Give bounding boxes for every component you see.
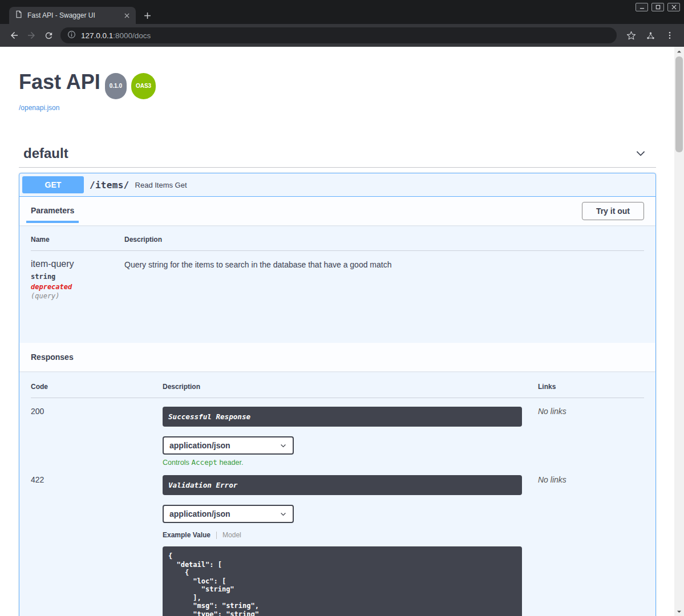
parameter-row: item-query string deprecated (query) Que… — [31, 251, 644, 300]
api-title-row: Fast API 0.1.0 OAS3 — [19, 71, 656, 99]
example-model-tabs: Example Value Model — [163, 531, 522, 539]
tab-close-icon[interactable] — [122, 11, 131, 20]
url-text[interactable]: 127.0.0.1:8000/docs — [81, 31, 151, 40]
url-path: :8000/docs — [113, 31, 151, 40]
reload-icon[interactable] — [40, 27, 57, 44]
scrollbar-down-icon[interactable] — [674, 607, 684, 616]
example-json-block: { "detail": [ { "loc": [ "string" ], "ms… — [163, 546, 522, 616]
col-header-description: Description — [124, 236, 162, 244]
page-scrollbar[interactable] — [674, 47, 684, 616]
accept-header-code: Accept — [191, 458, 217, 467]
version-badge: 0.1.0 — [105, 73, 127, 99]
menu-kebab-icon[interactable] — [661, 27, 678, 44]
toolbar-actions — [622, 27, 678, 44]
response-description-cell: Successful Response application/json Con… — [163, 407, 538, 467]
parameter-deprecated-flag: deprecated — [31, 283, 124, 291]
browser-tab[interactable]: Fast API - Swagger UI — [9, 7, 136, 24]
window-controls — [636, 3, 680, 11]
api-info: Fast API 0.1.0 OAS3 /openapi.json — [19, 71, 656, 112]
select-chevron-icon — [280, 442, 287, 449]
openapi-spec-link[interactable]: /openapi.json — [19, 104, 59, 112]
response-code: 200 — [31, 407, 163, 467]
parameters-table-header: Name Description — [31, 236, 644, 251]
parameters-area: Name Description item-query string depre… — [19, 225, 655, 343]
response-description: Successful Response — [163, 407, 522, 427]
chevron-down-icon[interactable] — [634, 147, 651, 160]
tab-title: Fast API - Swagger UI — [27, 11, 118, 19]
try-it-out-button[interactable]: Try it out — [582, 202, 644, 220]
tab-example-value[interactable]: Example Value — [163, 531, 211, 539]
api-title: Fast API — [19, 71, 100, 94]
tab-model[interactable]: Model — [222, 531, 241, 539]
maximize-icon[interactable] — [651, 3, 664, 11]
tab-divider — [216, 532, 217, 539]
network-nodes-icon[interactable] — [642, 27, 659, 44]
operation-path: /items/ — [90, 180, 129, 191]
col-header-code: Code — [31, 383, 163, 391]
col-header-description: Description — [163, 383, 538, 391]
address-bar[interactable]: 127.0.0.1:8000/docs — [60, 27, 617, 43]
browser-window: Fast API - Swagger UI — [0, 0, 684, 616]
scrollbar-up-icon[interactable] — [674, 47, 684, 56]
controls-accept-note: Controls Accept header. — [163, 458, 522, 467]
response-row-422: 422 Validation Error application/json Ex… — [31, 467, 644, 616]
close-icon[interactable] — [667, 3, 680, 11]
oas-badge: OAS3 — [131, 73, 156, 99]
parameter-description: Query string for the items to search in … — [124, 259, 644, 300]
opblock-get-items: GET /items/ Read Items Get Parameters Tr… — [19, 173, 656, 616]
response-links: No links — [538, 407, 644, 467]
minimize-icon[interactable] — [636, 3, 648, 11]
swagger-ui: Fast API 0.1.0 OAS3 /openapi.json defaul… — [0, 47, 674, 616]
tag-section-header[interactable]: default — [19, 140, 656, 168]
scrollbar-thumb[interactable] — [675, 56, 683, 152]
response-description-cell: Validation Error application/json Exampl… — [163, 475, 538, 616]
back-icon[interactable] — [6, 27, 23, 44]
parameters-tab[interactable]: Parameters — [26, 206, 79, 223]
method-badge: GET — [22, 176, 84, 193]
parameter-location: (query) — [31, 292, 124, 300]
responses-header: Responses — [19, 343, 655, 371]
response-links: No links — [538, 475, 644, 616]
page-file-icon — [15, 10, 23, 21]
url-host: 127.0.0.1 — [81, 31, 113, 40]
new-tab-button[interactable] — [139, 7, 155, 23]
site-info-icon[interactable] — [67, 30, 76, 41]
col-header-name: Name — [31, 236, 124, 244]
col-header-links: Links — [538, 383, 644, 391]
tag-title: default — [23, 145, 68, 161]
media-type-value: application/json — [169, 509, 230, 518]
parameter-meta: item-query string deprecated (query) — [31, 259, 124, 300]
forward-icon[interactable] — [23, 27, 40, 44]
responses-area: Code Description Links 200 Successful Re… — [19, 371, 655, 616]
parameter-name: item-query — [31, 259, 124, 269]
bookmark-star-icon[interactable] — [622, 27, 640, 44]
response-code: 422 — [31, 475, 163, 616]
response-row-200: 200 Successful Response application/json… — [31, 398, 644, 467]
select-chevron-icon — [280, 510, 287, 518]
browser-toolbar: 127.0.0.1:8000/docs — [0, 24, 684, 47]
opblock-summary[interactable]: GET /items/ Read Items Get — [19, 173, 655, 197]
parameters-header: Parameters Try it out — [19, 197, 655, 225]
operation-summary: Read Items Get — [135, 181, 187, 189]
media-type-select[interactable]: application/json — [163, 436, 294, 455]
response-description: Validation Error — [163, 475, 522, 495]
titlebar: Fast API - Swagger UI — [0, 0, 684, 24]
responses-table-header: Code Description Links — [31, 383, 644, 398]
responses-title: Responses — [31, 352, 74, 362]
parameter-type: string — [31, 273, 124, 281]
page-content: Fast API 0.1.0 OAS3 /openapi.json defaul… — [0, 47, 684, 616]
tab-strip: Fast API - Swagger UI — [9, 7, 155, 24]
media-type-value: application/json — [169, 441, 230, 450]
media-type-select[interactable]: application/json — [163, 505, 294, 523]
